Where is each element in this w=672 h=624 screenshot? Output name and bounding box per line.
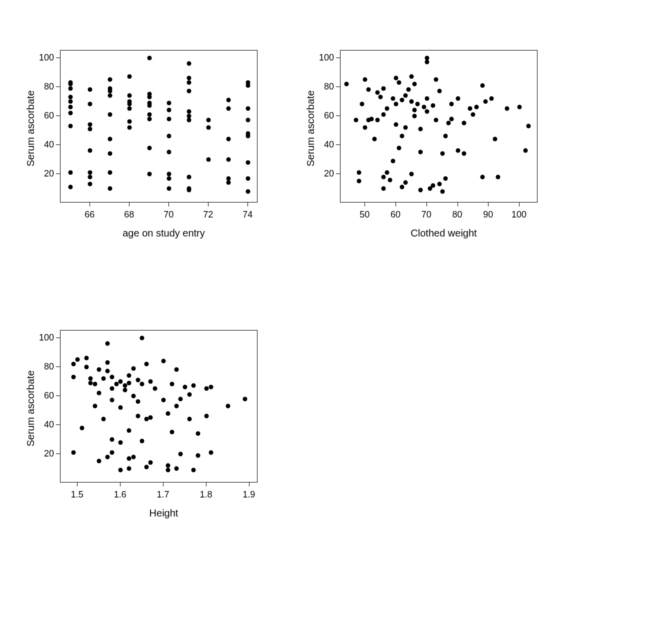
- tick-mark: [168, 202, 169, 206]
- y-tick-label: 100: [35, 332, 54, 342]
- data-point: [68, 110, 72, 115]
- data-point: [118, 468, 123, 472]
- tick-mark: [206, 482, 206, 486]
- data-point: [147, 172, 152, 176]
- data-point: [106, 369, 110, 374]
- data-point: [118, 405, 123, 410]
- data-point: [400, 134, 404, 138]
- tick-mark: [396, 202, 396, 206]
- data-point: [372, 137, 376, 142]
- tick-mark: [249, 482, 250, 486]
- data-point: [226, 106, 230, 111]
- tick-mark: [56, 424, 60, 425]
- data-point: [136, 400, 140, 404]
- data-point: [505, 106, 510, 111]
- plot-frame: [60, 50, 258, 202]
- data-point: [243, 396, 248, 401]
- data-point: [376, 118, 380, 122]
- data-point: [376, 90, 380, 95]
- data-point: [192, 468, 196, 472]
- data-point: [127, 428, 132, 433]
- data-point: [206, 118, 211, 122]
- tick-mark: [208, 202, 208, 206]
- data-point: [246, 118, 250, 122]
- data-point: [88, 170, 92, 175]
- y-tick-label: 20: [315, 168, 334, 178]
- data-point: [384, 170, 389, 175]
- x-axis-label: Clothed weight: [394, 228, 494, 239]
- y-tick-label: 60: [315, 110, 334, 120]
- data-point: [136, 378, 140, 382]
- data-point: [424, 60, 429, 64]
- data-point: [108, 186, 112, 190]
- data-point: [108, 94, 112, 98]
- tick-mark: [129, 202, 130, 206]
- y-tick-label: 80: [35, 361, 54, 372]
- data-point: [174, 368, 178, 372]
- data-point: [152, 386, 157, 391]
- data-point: [97, 368, 102, 372]
- data-point: [388, 178, 392, 182]
- tick-mark: [336, 116, 340, 116]
- x-tick-label: 90: [483, 210, 493, 220]
- tick-mark: [56, 86, 60, 87]
- x-tick-label: 1.5: [71, 490, 84, 500]
- data-point: [128, 94, 132, 98]
- y-axis-label: Serum ascorbate: [25, 90, 36, 166]
- data-point: [208, 450, 213, 455]
- data-point: [437, 182, 442, 186]
- data-point: [147, 56, 152, 60]
- data-point: [127, 466, 132, 470]
- data-point: [106, 342, 110, 346]
- data-point: [167, 172, 172, 176]
- data-point: [474, 105, 478, 110]
- y-tick-label: 40: [35, 419, 54, 430]
- x-tick-label: 70: [164, 210, 174, 220]
- data-point: [431, 104, 436, 108]
- data-point: [166, 411, 170, 416]
- x-tick-label: 66: [84, 210, 94, 220]
- data-point: [147, 146, 152, 150]
- tick-mark: [56, 58, 60, 58]
- data-point: [68, 80, 72, 84]
- tick-mark: [336, 58, 340, 58]
- data-point: [183, 385, 188, 390]
- data-point: [186, 186, 191, 190]
- tick-mark: [56, 454, 60, 454]
- data-point: [108, 137, 112, 142]
- data-point: [246, 106, 250, 111]
- data-point: [140, 336, 144, 340]
- data-point: [140, 382, 144, 386]
- data-point: [409, 74, 414, 79]
- data-point: [186, 118, 191, 122]
- data-point: [492, 137, 497, 142]
- y-tick-label: 100: [35, 52, 54, 62]
- data-point: [226, 176, 230, 180]
- data-point: [186, 174, 191, 179]
- data-point: [204, 414, 208, 418]
- data-point: [246, 176, 250, 180]
- tick-mark: [336, 86, 340, 87]
- data-point: [76, 358, 80, 362]
- data-point: [462, 152, 466, 156]
- y-tick-label: 20: [35, 168, 54, 178]
- x-tick-label: 1.7: [157, 490, 170, 500]
- data-point: [186, 89, 191, 94]
- data-point: [148, 379, 153, 384]
- data-point: [186, 80, 191, 84]
- data-point: [382, 112, 386, 116]
- data-point: [412, 108, 417, 112]
- data-point: [192, 384, 196, 388]
- data-point: [147, 100, 152, 105]
- data-point: [524, 148, 528, 153]
- data-point: [110, 374, 114, 379]
- data-point: [403, 94, 408, 98]
- data-point: [140, 438, 144, 443]
- data-point: [170, 382, 174, 386]
- y-axis-label: Serum ascorbate: [305, 90, 316, 166]
- data-point: [450, 102, 454, 106]
- tick-mark: [56, 174, 60, 174]
- data-point: [110, 437, 114, 442]
- data-point: [394, 76, 398, 80]
- data-point: [354, 118, 358, 122]
